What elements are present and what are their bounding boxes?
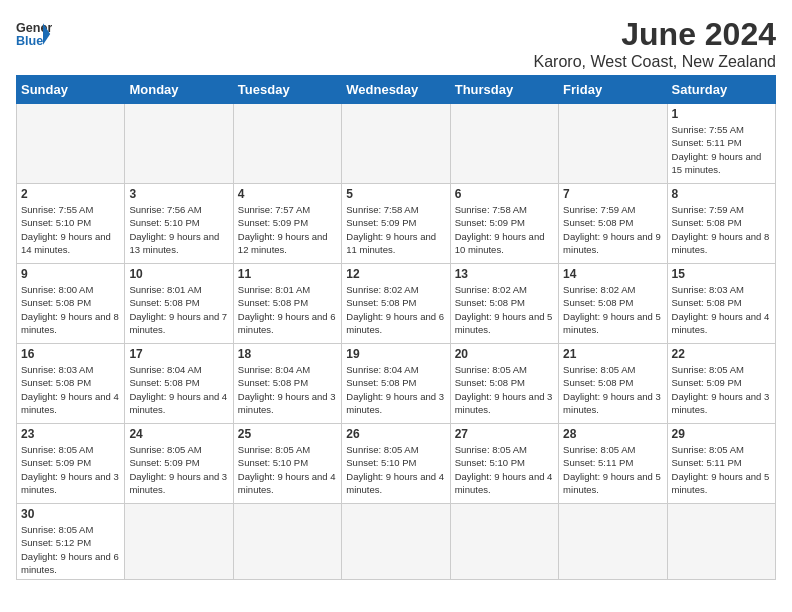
calendar-cell: 4Sunrise: 7:57 AM Sunset: 5:09 PM Daylig…	[233, 184, 341, 264]
calendar-cell: 15Sunrise: 8:03 AM Sunset: 5:08 PM Dayli…	[667, 264, 775, 344]
title-section: June 2024 Karoro, West Coast, New Zealan…	[534, 16, 776, 71]
calendar-week-row: 23Sunrise: 8:05 AM Sunset: 5:09 PM Dayli…	[17, 424, 776, 504]
calendar-cell: 11Sunrise: 8:01 AM Sunset: 5:08 PM Dayli…	[233, 264, 341, 344]
calendar-subtitle: Karoro, West Coast, New Zealand	[534, 53, 776, 71]
day-info: Sunrise: 8:02 AM Sunset: 5:08 PM Dayligh…	[563, 283, 662, 336]
day-info: Sunrise: 8:05 AM Sunset: 5:11 PM Dayligh…	[672, 443, 771, 496]
logo: General Blue	[16, 16, 52, 52]
calendar-cell	[559, 104, 667, 184]
calendar-cell: 8Sunrise: 7:59 AM Sunset: 5:08 PM Daylig…	[667, 184, 775, 264]
calendar-cell: 22Sunrise: 8:05 AM Sunset: 5:09 PM Dayli…	[667, 344, 775, 424]
day-info: Sunrise: 7:58 AM Sunset: 5:09 PM Dayligh…	[346, 203, 445, 256]
calendar-week-row: 9Sunrise: 8:00 AM Sunset: 5:08 PM Daylig…	[17, 264, 776, 344]
day-number: 29	[672, 427, 771, 441]
day-number: 26	[346, 427, 445, 441]
day-info: Sunrise: 7:58 AM Sunset: 5:09 PM Dayligh…	[455, 203, 554, 256]
calendar-cell	[233, 504, 341, 580]
day-number: 24	[129, 427, 228, 441]
calendar-cell: 21Sunrise: 8:05 AM Sunset: 5:08 PM Dayli…	[559, 344, 667, 424]
day-info: Sunrise: 8:02 AM Sunset: 5:08 PM Dayligh…	[346, 283, 445, 336]
day-info: Sunrise: 8:04 AM Sunset: 5:08 PM Dayligh…	[129, 363, 228, 416]
day-number: 7	[563, 187, 662, 201]
day-number: 3	[129, 187, 228, 201]
day-number: 11	[238, 267, 337, 281]
day-info: Sunrise: 8:05 AM Sunset: 5:09 PM Dayligh…	[672, 363, 771, 416]
calendar-cell: 9Sunrise: 8:00 AM Sunset: 5:08 PM Daylig…	[17, 264, 125, 344]
calendar-cell: 25Sunrise: 8:05 AM Sunset: 5:10 PM Dayli…	[233, 424, 341, 504]
calendar-cell	[125, 504, 233, 580]
day-number: 9	[21, 267, 120, 281]
day-info: Sunrise: 8:05 AM Sunset: 5:08 PM Dayligh…	[563, 363, 662, 416]
day-info: Sunrise: 7:59 AM Sunset: 5:08 PM Dayligh…	[672, 203, 771, 256]
calendar-cell: 30Sunrise: 8:05 AM Sunset: 5:12 PM Dayli…	[17, 504, 125, 580]
day-number: 18	[238, 347, 337, 361]
day-number: 25	[238, 427, 337, 441]
calendar-cell: 14Sunrise: 8:02 AM Sunset: 5:08 PM Dayli…	[559, 264, 667, 344]
logo-icon: General Blue	[16, 16, 52, 52]
svg-text:Blue: Blue	[16, 34, 43, 48]
calendar-title: June 2024	[534, 16, 776, 53]
day-number: 30	[21, 507, 120, 521]
day-info: Sunrise: 8:05 AM Sunset: 5:11 PM Dayligh…	[563, 443, 662, 496]
weekday-header-friday: Friday	[559, 76, 667, 104]
weekday-header-thursday: Thursday	[450, 76, 558, 104]
day-number: 20	[455, 347, 554, 361]
calendar-cell: 16Sunrise: 8:03 AM Sunset: 5:08 PM Dayli…	[17, 344, 125, 424]
day-number: 8	[672, 187, 771, 201]
day-number: 23	[21, 427, 120, 441]
calendar-cell: 18Sunrise: 8:04 AM Sunset: 5:08 PM Dayli…	[233, 344, 341, 424]
day-info: Sunrise: 7:55 AM Sunset: 5:11 PM Dayligh…	[672, 123, 771, 176]
calendar-cell	[342, 504, 450, 580]
day-info: Sunrise: 8:05 AM Sunset: 5:10 PM Dayligh…	[238, 443, 337, 496]
day-info: Sunrise: 8:05 AM Sunset: 5:08 PM Dayligh…	[455, 363, 554, 416]
calendar-cell: 6Sunrise: 7:58 AM Sunset: 5:09 PM Daylig…	[450, 184, 558, 264]
calendar-cell: 1Sunrise: 7:55 AM Sunset: 5:11 PM Daylig…	[667, 104, 775, 184]
day-number: 27	[455, 427, 554, 441]
day-info: Sunrise: 7:59 AM Sunset: 5:08 PM Dayligh…	[563, 203, 662, 256]
calendar-cell: 13Sunrise: 8:02 AM Sunset: 5:08 PM Dayli…	[450, 264, 558, 344]
day-info: Sunrise: 8:01 AM Sunset: 5:08 PM Dayligh…	[129, 283, 228, 336]
calendar-cell	[125, 104, 233, 184]
day-info: Sunrise: 8:04 AM Sunset: 5:08 PM Dayligh…	[346, 363, 445, 416]
calendar-cell: 12Sunrise: 8:02 AM Sunset: 5:08 PM Dayli…	[342, 264, 450, 344]
day-info: Sunrise: 8:05 AM Sunset: 5:12 PM Dayligh…	[21, 523, 120, 576]
calendar-week-row: 16Sunrise: 8:03 AM Sunset: 5:08 PM Dayli…	[17, 344, 776, 424]
calendar-cell: 3Sunrise: 7:56 AM Sunset: 5:10 PM Daylig…	[125, 184, 233, 264]
day-info: Sunrise: 7:55 AM Sunset: 5:10 PM Dayligh…	[21, 203, 120, 256]
calendar-cell	[450, 104, 558, 184]
day-info: Sunrise: 8:02 AM Sunset: 5:08 PM Dayligh…	[455, 283, 554, 336]
calendar-cell: 5Sunrise: 7:58 AM Sunset: 5:09 PM Daylig…	[342, 184, 450, 264]
calendar-cell	[559, 504, 667, 580]
calendar-week-row: 2Sunrise: 7:55 AM Sunset: 5:10 PM Daylig…	[17, 184, 776, 264]
calendar-cell: 24Sunrise: 8:05 AM Sunset: 5:09 PM Dayli…	[125, 424, 233, 504]
calendar-cell: 26Sunrise: 8:05 AM Sunset: 5:10 PM Dayli…	[342, 424, 450, 504]
calendar-cell: 23Sunrise: 8:05 AM Sunset: 5:09 PM Dayli…	[17, 424, 125, 504]
day-number: 21	[563, 347, 662, 361]
day-info: Sunrise: 8:00 AM Sunset: 5:08 PM Dayligh…	[21, 283, 120, 336]
calendar-cell	[450, 504, 558, 580]
weekday-header-monday: Monday	[125, 76, 233, 104]
calendar-cell: 17Sunrise: 8:04 AM Sunset: 5:08 PM Dayli…	[125, 344, 233, 424]
calendar-cell: 10Sunrise: 8:01 AM Sunset: 5:08 PM Dayli…	[125, 264, 233, 344]
calendar-cell	[233, 104, 341, 184]
day-number: 17	[129, 347, 228, 361]
day-info: Sunrise: 8:03 AM Sunset: 5:08 PM Dayligh…	[21, 363, 120, 416]
day-info: Sunrise: 7:56 AM Sunset: 5:10 PM Dayligh…	[129, 203, 228, 256]
day-number: 19	[346, 347, 445, 361]
day-info: Sunrise: 8:05 AM Sunset: 5:09 PM Dayligh…	[129, 443, 228, 496]
day-number: 13	[455, 267, 554, 281]
day-number: 14	[563, 267, 662, 281]
day-number: 22	[672, 347, 771, 361]
day-info: Sunrise: 8:03 AM Sunset: 5:08 PM Dayligh…	[672, 283, 771, 336]
weekday-header-saturday: Saturday	[667, 76, 775, 104]
calendar-cell: 19Sunrise: 8:04 AM Sunset: 5:08 PM Dayli…	[342, 344, 450, 424]
calendar-cell: 20Sunrise: 8:05 AM Sunset: 5:08 PM Dayli…	[450, 344, 558, 424]
calendar-week-row: 30Sunrise: 8:05 AM Sunset: 5:12 PM Dayli…	[17, 504, 776, 580]
day-number: 15	[672, 267, 771, 281]
calendar-table: SundayMondayTuesdayWednesdayThursdayFrid…	[16, 75, 776, 580]
day-number: 16	[21, 347, 120, 361]
calendar-cell: 2Sunrise: 7:55 AM Sunset: 5:10 PM Daylig…	[17, 184, 125, 264]
day-number: 2	[21, 187, 120, 201]
day-number: 6	[455, 187, 554, 201]
calendar-cell: 7Sunrise: 7:59 AM Sunset: 5:08 PM Daylig…	[559, 184, 667, 264]
